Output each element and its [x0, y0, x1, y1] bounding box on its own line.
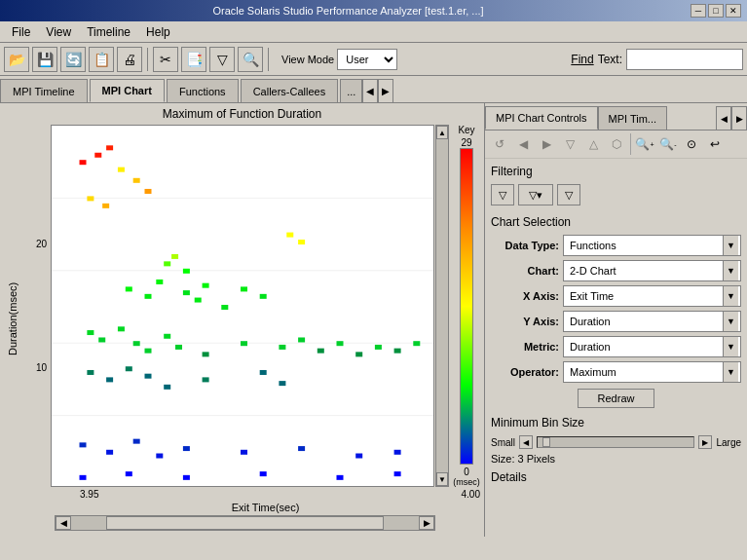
- toolbar-sep-2: [268, 48, 269, 71]
- metric-label: Metric:: [491, 341, 559, 353]
- rtb-btn-4[interactable]: ▽: [559, 133, 580, 155]
- key-max: 29: [461, 137, 471, 148]
- metric-select[interactable]: Duration ▼: [563, 336, 741, 357]
- chart-type-label: Chart:: [491, 265, 559, 277]
- min-bin-section: Minimum Bin Size Small ◀ ▶ Large Size: 3…: [491, 416, 741, 465]
- y-tick-20: 20: [36, 239, 47, 249]
- tab-nav-right[interactable]: ▶: [378, 79, 393, 102]
- view-mode-label: View Mode: [281, 54, 334, 65]
- toolbar-btn-1[interactable]: 📂: [4, 47, 29, 72]
- view-mode-select[interactable]: User Expert: [337, 49, 397, 70]
- right-tab-nav-left[interactable]: ◀: [716, 106, 731, 130]
- chart-vscrollbar[interactable]: ▲ ▼: [435, 125, 449, 487]
- h-scrollbar[interactable]: ◀ ▶: [55, 515, 435, 531]
- toolbar-btn-3[interactable]: 🔄: [60, 47, 86, 72]
- bin-slider-track[interactable]: [537, 436, 694, 448]
- bin-slider-left-btn[interactable]: ◀: [519, 435, 533, 449]
- xaxis-arrow[interactable]: ▼: [723, 286, 738, 306]
- operator-value: Maximum: [566, 366, 723, 378]
- filter-btn-3[interactable]: ▽: [557, 184, 580, 205]
- chart-type-arrow[interactable]: ▼: [723, 261, 738, 280]
- xaxis-row: X Axis: Exit Time ▼: [491, 285, 741, 307]
- text-label: Text:: [598, 53, 622, 66]
- tab-callers-callees[interactable]: Callers-Callees: [241, 79, 339, 102]
- rtb-sep: [630, 133, 631, 155]
- details-title: Details: [491, 470, 741, 484]
- tabs-bar: MPI Timeline MPI Chart Functions Callers…: [0, 76, 747, 103]
- xaxis-value: Exit Time: [566, 290, 723, 302]
- operator-select[interactable]: Maximum ▼: [563, 361, 741, 383]
- xaxis-label: X Axis:: [491, 290, 559, 302]
- filter-btn-2[interactable]: ▽▾: [518, 184, 553, 205]
- chart-canvas[interactable]: [51, 125, 434, 487]
- data-type-label: Data Type:: [491, 240, 559, 251]
- right-toolbar: ↺ ◀ ▶ ▽ △ ⬡ 🔍+ 🔍- ⊙ ↩: [485, 131, 747, 159]
- bin-slider-thumb[interactable]: [542, 437, 550, 447]
- hscroll-right[interactable]: ▶: [419, 516, 434, 530]
- right-tab-nav-right[interactable]: ▶: [731, 106, 747, 130]
- rtb-btn-1[interactable]: ↺: [489, 133, 510, 155]
- data-type-row: Data Type: Functions ▼: [491, 235, 741, 256]
- toolbar-btn-6[interactable]: ✂: [153, 47, 178, 72]
- bin-slider-right-btn[interactable]: ▶: [698, 435, 712, 449]
- rtb-btn-zoom-fit[interactable]: ⊙: [681, 133, 702, 155]
- filter-btn-1[interactable]: ▽: [491, 184, 514, 205]
- rtb-btn-5[interactable]: △: [582, 133, 604, 155]
- tab-mpi-chart[interactable]: MPI Chart: [90, 79, 165, 102]
- data-type-arrow[interactable]: ▼: [723, 236, 738, 255]
- window-title: Oracle Solaris Studio Performance Analyz…: [6, 5, 691, 17]
- metric-arrow[interactable]: ▼: [723, 337, 738, 356]
- menu-timeline[interactable]: Timeline: [79, 23, 138, 41]
- menu-file[interactable]: File: [4, 23, 38, 41]
- y-tick-10: 10: [36, 362, 47, 373]
- toolbar-btn-9[interactable]: 🔍: [238, 47, 263, 72]
- tab-mpi-timeline[interactable]: MPI Timeline: [0, 79, 88, 102]
- toolbar-btn-2[interactable]: 💾: [32, 47, 57, 72]
- rtb-btn-zoom-out[interactable]: 🔍-: [657, 133, 679, 155]
- data-type-select[interactable]: Functions ▼: [563, 235, 741, 256]
- chart-selection-title: Chart Selection: [491, 215, 741, 229]
- toolbar-btn-7[interactable]: 📑: [181, 47, 206, 72]
- vscroll-up[interactable]: ▲: [436, 126, 448, 139]
- minimize-button[interactable]: ─: [691, 4, 706, 18]
- toolbar-btn-8[interactable]: ▽: [209, 47, 235, 72]
- toolbar-btn-4[interactable]: 📋: [89, 47, 114, 72]
- tab-functions[interactable]: Functions: [167, 79, 239, 102]
- rtb-btn-2[interactable]: ◀: [512, 133, 534, 155]
- x-axis-area: 3.95 4.00: [21, 487, 480, 502]
- details-section: Details: [491, 470, 741, 484]
- find-input[interactable]: [626, 49, 743, 70]
- tab-more[interactable]: ...: [340, 79, 362, 102]
- operator-row: Operator: Maximum ▼: [491, 361, 741, 383]
- yaxis-label: Y Axis:: [491, 316, 559, 327]
- chart-type-select[interactable]: 2-D Chart ▼: [563, 260, 741, 281]
- tab-nav-left[interactable]: ◀: [362, 79, 378, 102]
- min-bin-title: Minimum Bin Size: [491, 416, 741, 429]
- rtb-btn-3[interactable]: ▶: [536, 133, 557, 155]
- hscroll-left[interactable]: ◀: [56, 516, 71, 530]
- rtb-btn-zoom-in[interactable]: 🔍+: [634, 133, 655, 155]
- yaxis-select[interactable]: Duration ▼: [563, 311, 741, 332]
- right-tab-chart-controls[interactable]: MPI Chart Controls: [485, 106, 598, 130]
- yaxis-arrow[interactable]: ▼: [723, 312, 738, 331]
- right-tab-mpi-tim[interactable]: MPI Tim...: [598, 106, 668, 130]
- menu-view[interactable]: View: [38, 23, 79, 41]
- y-ticks: 20 10: [21, 125, 51, 487]
- rtb-btn-reset[interactable]: ↩: [704, 133, 726, 155]
- close-button[interactable]: ✕: [726, 4, 741, 18]
- hscroll-track[interactable]: [71, 516, 419, 530]
- find-label[interactable]: Find: [571, 53, 593, 66]
- key-gradient: [460, 148, 473, 465]
- maximize-button[interactable]: □: [708, 4, 724, 18]
- redraw-button[interactable]: Redraw: [578, 389, 655, 408]
- hscroll-thumb[interactable]: [106, 516, 385, 530]
- operator-arrow[interactable]: ▼: [723, 362, 738, 382]
- xaxis-select[interactable]: Exit Time ▼: [563, 285, 741, 307]
- bin-size-text: Size: 3 Pixels: [491, 453, 741, 465]
- vscroll-down[interactable]: ▼: [436, 472, 448, 486]
- rtb-btn-6[interactable]: ⬡: [606, 133, 627, 155]
- toolbar-btn-5[interactable]: 🖨: [117, 47, 142, 72]
- chart-panel: Maximum of Function Duration Duration(ms…: [0, 103, 484, 537]
- toolbar-sep-1: [147, 48, 148, 71]
- menu-help[interactable]: Help: [138, 23, 178, 41]
